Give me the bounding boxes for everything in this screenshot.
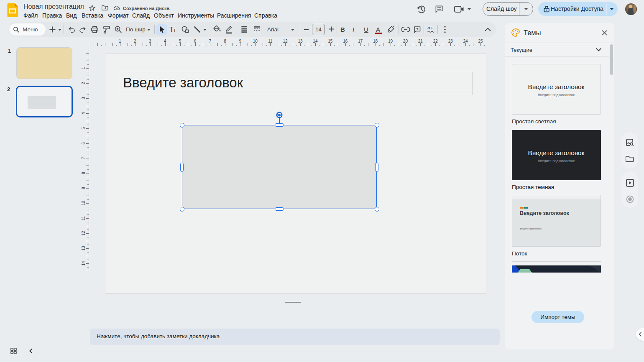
svg-text:Л: Л: [427, 26, 430, 30]
svg-text:Т: Т: [431, 26, 433, 30]
